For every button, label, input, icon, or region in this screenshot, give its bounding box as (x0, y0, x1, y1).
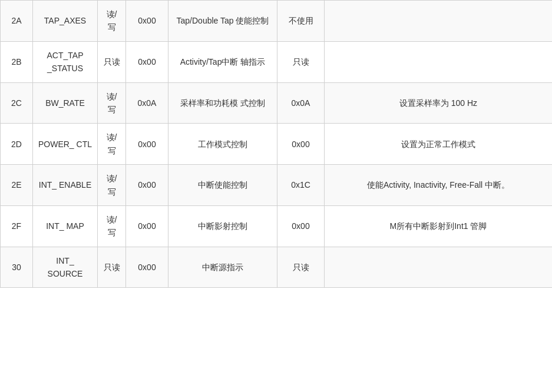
table-row: 2B ACT_TAP _STATUS 只读 0x00 Activity/Tap中… (1, 41, 553, 82)
cell-addr: 2F (1, 205, 33, 247)
cell-default: 0x00 (126, 205, 168, 247)
cell-note: 设置采样率为 100 Hz (325, 82, 553, 124)
cell-value: 0x00 (277, 124, 325, 165)
register-table: 2A TAP_AXES 读/写 0x00 Tap/Double Tap 使能控制… (0, 0, 552, 288)
cell-value: 只读 (277, 247, 325, 288)
cell-name: INT_ SOURCE (33, 247, 98, 288)
cell-note: 使能Activity, Inactivity, Free-Fall 中断。 (325, 165, 553, 206)
cell-value: 0x00 (277, 205, 325, 247)
cell-addr: 2B (1, 41, 33, 82)
cell-description: 采样率和功耗模 式控制 (168, 82, 277, 124)
cell-rw: 只读 (98, 41, 126, 82)
cell-addr: 2A (1, 1, 33, 42)
table-row: 2F INT_ MAP 读/写 0x00 中断影射控制 0x00 M所有中断影射… (1, 205, 553, 247)
cell-rw: 只读 (98, 247, 126, 288)
cell-default: 0x00 (126, 124, 168, 165)
cell-default: 0x00 (126, 41, 168, 82)
cell-default: 0x0A (126, 82, 168, 124)
cell-note (325, 247, 553, 288)
cell-name: TAP_AXES (33, 1, 98, 42)
cell-name: INT_ ENABLE (33, 165, 98, 206)
cell-description: Activity/Tap中断 轴指示 (168, 41, 277, 82)
cell-rw: 读/写 (98, 1, 126, 42)
cell-default: 0x00 (126, 247, 168, 288)
table-row: 2E INT_ ENABLE 读/写 0x00 中断使能控制 0x1C 使能Ac… (1, 165, 553, 206)
cell-name: ACT_TAP _STATUS (33, 41, 98, 82)
cell-value: 0x1C (277, 165, 325, 206)
cell-value: 0x0A (277, 82, 325, 124)
cell-description: 工作模式控制 (168, 124, 277, 165)
cell-default: 0x00 (126, 165, 168, 206)
cell-rw: 读/写 (98, 124, 126, 165)
cell-default: 0x00 (126, 1, 168, 42)
cell-description: Tap/Double Tap 使能控制 (168, 1, 277, 42)
table-row: 2A TAP_AXES 读/写 0x00 Tap/Double Tap 使能控制… (1, 1, 553, 42)
cell-rw: 读/写 (98, 82, 126, 124)
table-row: 30 INT_ SOURCE 只读 0x00 中断源指示 只读 (1, 247, 553, 288)
cell-description: 中断源指示 (168, 247, 277, 288)
cell-rw: 读/写 (98, 205, 126, 247)
cell-description: 中断使能控制 (168, 165, 277, 206)
cell-rw: 读/写 (98, 165, 126, 206)
table-row: 2D POWER_ CTL 读/写 0x00 工作模式控制 0x00 设置为正常… (1, 124, 553, 165)
cell-name: POWER_ CTL (33, 124, 98, 165)
cell-name: INT_ MAP (33, 205, 98, 247)
cell-addr: 2D (1, 124, 33, 165)
cell-name: BW_RATE (33, 82, 98, 124)
cell-description: 中断影射控制 (168, 205, 277, 247)
cell-note: 设置为正常工作模式 (325, 124, 553, 165)
cell-value: 只读 (277, 41, 325, 82)
table-row: 2C BW_RATE 读/写 0x0A 采样率和功耗模 式控制 0x0A 设置采… (1, 82, 553, 124)
cell-addr: 30 (1, 247, 33, 288)
cell-note (325, 1, 553, 42)
cell-value: 不使用 (277, 1, 325, 42)
cell-note: M所有中断影射到Int1 管脚 (325, 205, 553, 247)
cell-addr: 2E (1, 165, 33, 206)
cell-note (325, 41, 553, 82)
cell-addr: 2C (1, 82, 33, 124)
